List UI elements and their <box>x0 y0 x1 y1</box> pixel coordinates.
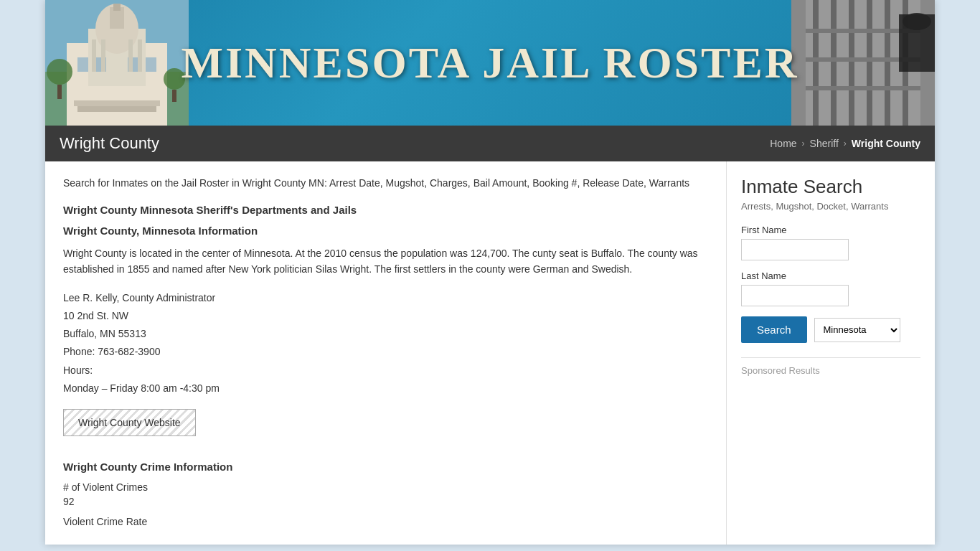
breadcrumb-home[interactable]: Home <box>770 138 796 149</box>
crime-heading: Wright County Crime Information <box>63 461 708 473</box>
svg-rect-13 <box>101 39 105 72</box>
county-info-heading: Wright County, Minnesota Information <box>63 225 708 237</box>
last-name-label: Last Name <box>741 270 920 281</box>
breadcrumb: Home › Sheriff › Wright County <box>770 138 920 149</box>
svg-rect-28 <box>867 0 872 126</box>
violent-crimes-value: 92 <box>63 496 708 507</box>
contact-name: Lee R. Kelly, County Administrator <box>63 289 708 307</box>
breadcrumb-sheriff[interactable]: Sheriff <box>810 138 839 149</box>
capitol-image <box>45 0 189 126</box>
contact-block: Lee R. Kelly, County Administrator 10 2n… <box>63 289 708 397</box>
left-content: Search for Inmates on the Jail Roster in… <box>45 161 727 545</box>
breadcrumb-sep-2: › <box>844 138 847 149</box>
svg-rect-11 <box>146 57 156 72</box>
svg-rect-25 <box>813 0 819 126</box>
svg-rect-27 <box>849 0 854 126</box>
svg-rect-29 <box>885 0 890 126</box>
sheriffs-heading: Wright County Minnesota Sheriff's Depart… <box>63 204 708 216</box>
breadcrumb-bar: Wright County Home › Sheriff › Wright Co… <box>45 126 935 161</box>
contact-address1: 10 2nd St. NW <box>63 307 708 325</box>
svg-point-35 <box>903 13 931 30</box>
inmate-search-title: Inmate Search <box>741 176 920 198</box>
svg-rect-14 <box>128 39 133 72</box>
svg-point-18 <box>47 59 72 85</box>
intro-text: Search for Inmates on the Jail Roster in… <box>63 176 708 191</box>
svg-rect-17 <box>77 106 156 112</box>
svg-rect-15 <box>138 39 142 72</box>
main-content: Search for Inmates on the Jail Roster in… <box>45 161 935 545</box>
search-button[interactable]: Search <box>741 316 807 343</box>
county-description: Wright County is located in the center o… <box>63 245 708 278</box>
breadcrumb-current: Wright County <box>852 138 920 149</box>
breadcrumb-sep-1: › <box>802 138 805 149</box>
right-sidebar: Inmate Search Arrests, Mugshot, Docket, … <box>727 161 935 545</box>
last-name-input[interactable] <box>741 285 849 306</box>
svg-rect-12 <box>92 39 96 72</box>
jail-door-image <box>791 0 935 126</box>
crime-section: Wright County Crime Information # of Vio… <box>63 461 708 527</box>
page-title: Wright County <box>60 134 159 153</box>
contact-hours: Monday – Friday 8:00 am -4:30 pm <box>63 380 708 397</box>
svg-rect-33 <box>806 86 920 90</box>
contact-hours-label: Hours: <box>63 362 708 380</box>
violent-crime-rate-label: Violent Crime Rate <box>63 516 708 527</box>
sponsored-results: Sponsored Results <box>741 365 920 376</box>
site-title: Minnesota Jail Roster <box>181 37 798 88</box>
first-name-label: First Name <box>741 225 920 235</box>
svg-rect-20 <box>57 85 62 99</box>
page-wrapper: Minnesota Jail Roster <box>45 0 935 545</box>
website-button[interactable]: Wright County Website <box>63 409 196 436</box>
inmate-search-subtitle: Arrests, Mugshot, Docket, Warrants <box>741 201 920 212</box>
svg-rect-26 <box>831 0 837 126</box>
contact-phone: Phone: 763-682-3900 <box>63 343 708 361</box>
contact-city-state-zip: Buffalo, MN 55313 <box>63 325 708 343</box>
violent-crimes-label: # of Violent Crimes <box>63 481 708 493</box>
svg-rect-7 <box>113 4 121 11</box>
svg-rect-21 <box>172 90 176 102</box>
svg-rect-8 <box>77 57 88 72</box>
state-select[interactable]: Minnesota Wisconsin Iowa North Dakota So… <box>814 318 900 342</box>
site-header: Minnesota Jail Roster <box>45 0 935 126</box>
first-name-input[interactable] <box>741 239 849 260</box>
svg-rect-16 <box>74 100 160 106</box>
sidebar-divider <box>741 357 920 358</box>
search-row: Search Minnesota Wisconsin Iowa North Da… <box>741 316 920 343</box>
